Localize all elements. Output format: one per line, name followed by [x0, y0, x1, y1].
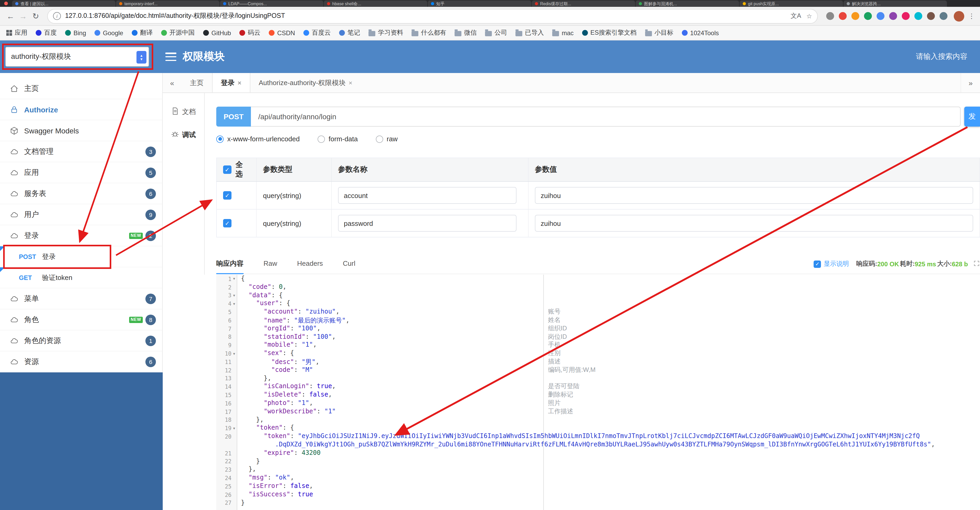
site-info-icon[interactable]: i	[53, 12, 61, 20]
extension-icon[interactable]	[826, 12, 834, 20]
radio-icon[interactable]	[375, 135, 383, 143]
bookmark-item[interactable]: 码云	[239, 29, 260, 37]
browser-tab[interactable]: Redis缓存过期...	[532, 0, 635, 7]
bookmark-item[interactable]: 什么都有	[412, 29, 446, 37]
sidebar-item[interactable]: 应用5	[0, 162, 162, 183]
sidebar-item[interactable]: Authorize	[0, 99, 162, 120]
bookmark-item[interactable]: 翻译	[132, 29, 153, 37]
forward-icon[interactable]: →	[17, 11, 29, 21]
browser-tab[interactable]: git push实现原...	[740, 0, 843, 7]
browser-tab[interactable]: 知乎	[428, 0, 531, 7]
bookmark-item[interactable]: 开源中国	[161, 29, 194, 37]
bookmark-item[interactable]: 微信	[455, 29, 477, 37]
sidebar-item[interactable]: 登录NEW2	[0, 225, 162, 246]
content-type-radio[interactable]: raw	[375, 135, 398, 143]
param-value-input[interactable]	[535, 215, 973, 232]
select-all-checkbox[interactable]: ✓	[223, 166, 231, 174]
sidebar-item[interactable]: 角色的资源1	[0, 330, 162, 351]
window-close-button[interactable]	[4, 2, 8, 5]
bookmark-item[interactable]: 笔记	[339, 29, 360, 37]
bookmark-item[interactable]: 百度	[36, 29, 57, 37]
param-name-input[interactable]	[338, 215, 517, 232]
bookmark-item[interactable]: GitHub	[203, 29, 231, 37]
bookmark-item[interactable]: Bing	[65, 29, 86, 37]
tabs-scroll-left-icon[interactable]: «	[163, 73, 181, 92]
row-checkbox[interactable]: ✓	[223, 219, 231, 228]
sidebar-item[interactable]: 资源6	[0, 351, 162, 372]
omnibox[interactable]: i 127.0.0.1:8760/api/gate/doc.html#/auth…	[47, 9, 818, 23]
response-tab[interactable]: Headers	[297, 254, 323, 274]
fold-icon[interactable]: ▾	[231, 426, 237, 430]
sidebar-item[interactable]: 主页	[0, 78, 162, 99]
extension-icon[interactable]	[864, 12, 872, 20]
extension-icon[interactable]	[839, 12, 847, 20]
profile-avatar[interactable]	[954, 11, 964, 21]
bookmark-item[interactable]: 学习资料	[369, 29, 403, 37]
sidebar-item[interactable]: 文档管理3	[0, 141, 162, 162]
fullscreen-icon[interactable]	[973, 259, 980, 269]
browser-tab[interactable]: temporary-interf...	[116, 0, 220, 7]
send-button[interactable]: 发	[964, 107, 980, 127]
browser-menu-icon[interactable]: ⋮	[967, 12, 976, 20]
extension-icon[interactable]	[940, 12, 947, 20]
tabs-scroll-right-icon[interactable]: »	[961, 73, 980, 92]
sidebar-item[interactable]: 角色NEW8	[0, 309, 162, 330]
param-value-input[interactable]	[535, 187, 973, 204]
extension-icon[interactable]	[915, 12, 922, 20]
bookmark-item[interactable]: Google	[94, 29, 123, 37]
panel-tab-doc[interactable]: 文档	[163, 100, 204, 123]
menu-toggle-icon[interactable]	[165, 53, 177, 61]
fold-icon[interactable]: ▾	[231, 301, 237, 306]
content-type-radio[interactable]: x-www-form-urlencoded	[216, 135, 300, 143]
extension-icon[interactable]	[851, 12, 859, 20]
close-icon[interactable]: ×	[349, 79, 353, 86]
sidebar-item[interactable]: 服务表6	[0, 183, 162, 204]
sidebar-item[interactable]: 用户9	[0, 204, 162, 225]
fold-icon[interactable]: ▾	[231, 351, 237, 356]
sidebar-api-item[interactable]: GET验证token	[0, 267, 162, 288]
bookmark-item[interactable]: CSDN	[269, 29, 295, 37]
fold-icon[interactable]: ▾	[231, 293, 237, 298]
doc-tab[interactable]: 登录×	[212, 73, 250, 92]
bookmark-item[interactable]: 应用	[6, 29, 27, 37]
response-body-viewer[interactable]: 1▾23▾4▾5678910▾111213141516171819▾202122…	[216, 275, 980, 510]
fold-icon[interactable]: ▾	[231, 277, 237, 281]
extension-icon[interactable]	[889, 12, 897, 20]
sidebar-item[interactable]: 菜单7	[0, 288, 162, 309]
browser-tab[interactable]: 查看 | 建国以...	[12, 0, 116, 7]
sidebar-item[interactable]: Swagger Models	[0, 120, 162, 141]
bookmark-item[interactable]: 公司	[485, 29, 507, 37]
response-tab[interactable]: Raw	[264, 254, 277, 274]
bookmark-item[interactable]: 已导入	[515, 29, 544, 37]
doc-tab[interactable]: Authorize-authority-权限模块×	[250, 73, 361, 92]
request-url[interactable]: /api/authority/anno/login	[251, 107, 961, 127]
browser-tab[interactable]: 图解参与混淆机...	[636, 0, 739, 7]
extension-icon[interactable]	[902, 12, 910, 20]
radio-icon[interactable]	[216, 135, 224, 143]
row-checkbox[interactable]: ✓	[223, 191, 231, 200]
bookmark-star-icon[interactable]: ☆	[806, 12, 812, 20]
browser-tab[interactable]: 解决浏览器跨...	[843, 0, 947, 7]
translate-icon[interactable]: 文A	[791, 11, 801, 21]
browser-tab[interactable]: LDAP——Compos...	[220, 0, 323, 7]
response-tab[interactable]: Curl	[343, 254, 355, 274]
param-name-input[interactable]	[338, 187, 517, 204]
doc-tab[interactable]: 主页	[181, 73, 212, 92]
bookmark-item[interactable]: ES搜索引擎文档	[582, 29, 637, 37]
bookmark-item[interactable]: 小目标	[645, 29, 673, 37]
url-text[interactable]: 127.0.0.1:8760/api/gate/doc.html#/author…	[65, 11, 785, 21]
bookmark-item[interactable]: 1024Tools	[682, 29, 719, 37]
content-type-radio[interactable]: form-data	[318, 135, 358, 143]
bookmark-item[interactable]: 百度云	[303, 29, 331, 37]
panel-tab-debug[interactable]: 调试	[163, 123, 204, 147]
close-icon[interactable]: ×	[238, 79, 242, 86]
response-tab[interactable]: 响应内容	[216, 254, 243, 274]
extension-icon[interactable]	[877, 12, 885, 20]
browser-tab[interactable]: hbase shell命...	[324, 0, 427, 7]
search-input[interactable]: 请输入搜索内容	[916, 52, 967, 61]
bookmark-item[interactable]: mac	[552, 29, 573, 37]
show-desc-checkbox[interactable]: ✓	[814, 260, 821, 268]
radio-icon[interactable]	[318, 135, 325, 143]
back-icon[interactable]: ←	[4, 11, 17, 21]
reload-icon[interactable]: ↻	[29, 11, 42, 21]
